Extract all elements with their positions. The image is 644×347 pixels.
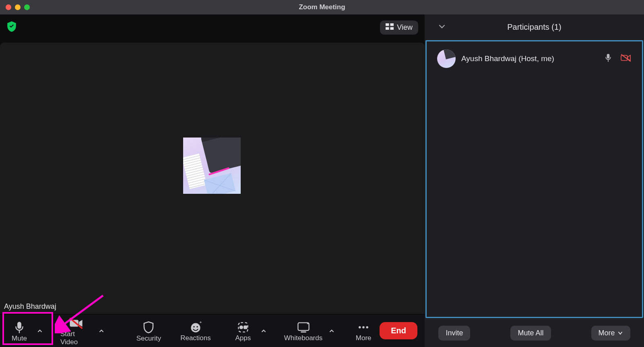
camera-off-icon <box>69 317 83 329</box>
video-tile[interactable]: Ayush Bhardwaj <box>0 43 425 314</box>
microphone-icon[interactable] <box>604 53 612 64</box>
view-button[interactable]: View <box>380 21 418 35</box>
svg-rect-14 <box>301 331 306 333</box>
apps-button[interactable]: Apps <box>227 319 259 343</box>
participant-avatar <box>437 49 456 68</box>
window-title: Zoom Meeting <box>0 3 644 11</box>
invite-button-label: Invite <box>446 329 463 337</box>
svg-point-7 <box>193 326 194 327</box>
start-video-button-label: Start Video <box>60 330 92 346</box>
chevron-up-icon <box>261 328 266 334</box>
participants-list: Ayush Bhardwaj (Host, me) <box>425 40 643 318</box>
video-topbar: View <box>0 14 425 40</box>
security-button-label: Security <box>136 335 161 343</box>
svg-rect-3 <box>390 27 394 30</box>
chevron-up-icon <box>99 328 104 334</box>
smiley-icon: + <box>190 321 202 333</box>
encryption-shield-icon[interactable] <box>6 21 17 34</box>
whiteboards-options-caret[interactable] <box>326 326 337 335</box>
participants-header: Participants (1) <box>425 14 644 40</box>
shield-icon <box>142 321 155 334</box>
chevron-down-icon <box>617 331 623 336</box>
svg-rect-1 <box>390 23 394 26</box>
apps-button-label: Apps <box>235 334 251 342</box>
apps-icon <box>237 321 249 333</box>
participants-collapse-caret[interactable] <box>435 21 449 34</box>
participants-more-button[interactable]: More <box>591 326 630 341</box>
svg-point-6 <box>191 323 200 332</box>
svg-rect-0 <box>386 23 389 26</box>
whiteboards-button-label: Whiteboards <box>284 334 322 342</box>
svg-point-15 <box>359 326 361 329</box>
camera-off-icon[interactable] <box>620 53 632 64</box>
reactions-button[interactable]: + Reactions <box>175 319 216 343</box>
microphone-icon <box>13 321 25 334</box>
mute-button-label: Mute <box>12 335 27 343</box>
svg-point-8 <box>196 326 198 327</box>
participants-footer: Invite Mute All More <box>425 319 644 347</box>
apps-options-caret[interactable] <box>258 326 269 335</box>
chevron-up-icon <box>329 328 334 334</box>
chevron-down-icon <box>438 24 446 29</box>
whiteboards-button[interactable]: Whiteboards <box>279 319 327 343</box>
grid-icon <box>386 23 394 32</box>
view-button-label: View <box>397 23 413 32</box>
dots-icon <box>357 321 369 333</box>
participant-row[interactable]: Ayush Bhardwaj (Host, me) <box>427 45 642 72</box>
mute-all-button-label: Mute All <box>518 329 543 337</box>
video-name-tag: Ayush Bhardwaj <box>2 302 58 312</box>
svg-rect-12 <box>244 325 247 329</box>
svg-text:+: + <box>199 321 202 324</box>
meeting-toolbar: Mute Start Video <box>0 314 425 347</box>
mute-options-caret[interactable] <box>35 326 45 335</box>
participant-avatar-large <box>183 138 241 194</box>
start-video-button[interactable]: Start Video <box>56 315 97 347</box>
mute-button[interactable]: Mute <box>3 318 35 343</box>
svg-rect-2 <box>386 27 389 30</box>
end-meeting-button-label: End <box>391 326 406 335</box>
invite-button[interactable]: Invite <box>438 326 470 341</box>
participants-panel: Participants (1) Ayush Bhardwaj (Host, m… <box>425 14 644 347</box>
window-titlebar: Zoom Meeting <box>0 0 644 14</box>
participants-more-label: More <box>599 329 615 337</box>
chevron-up-icon <box>37 328 43 334</box>
end-meeting-button[interactable]: End <box>380 322 417 339</box>
participant-name: Ayush Bhardwaj (Host, me) <box>461 54 599 63</box>
security-button[interactable]: Security <box>132 318 166 343</box>
svg-point-17 <box>366 326 369 329</box>
video-pane: View Ayush Bhardwaj Mute <box>0 14 425 347</box>
participants-title: Participants (1) <box>425 23 644 32</box>
video-options-caret[interactable] <box>96 326 107 335</box>
mute-all-button[interactable]: Mute All <box>510 326 551 341</box>
reactions-button-label: Reactions <box>180 334 211 342</box>
more-button[interactable]: More <box>347 319 380 343</box>
whiteboard-icon <box>297 321 310 333</box>
svg-point-11 <box>239 325 243 329</box>
more-button-label: More <box>356 334 372 342</box>
svg-point-16 <box>362 326 365 329</box>
